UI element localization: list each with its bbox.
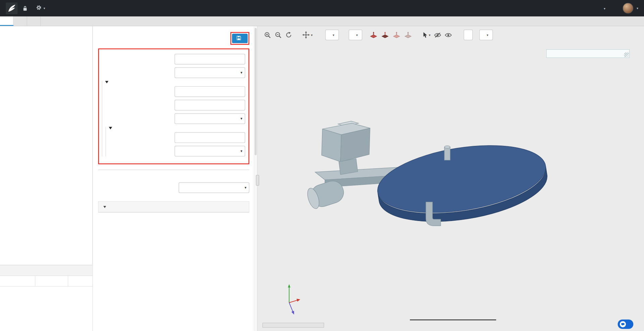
details-section: [102, 81, 245, 156]
assignment-table-header: [99, 202, 249, 212]
refresh-view-icon[interactable]: [285, 32, 292, 38]
app-window: ▾ ▾ ▾: [0, 0, 644, 331]
section-divider: [98, 170, 250, 170]
navigator-title: [0, 26, 93, 38]
panel-header: [98, 26, 250, 45]
scene-tree-panel: [546, 49, 630, 58]
drone-3d-model[interactable]: [258, 26, 644, 331]
top-navigation: ▾ ▾: [578, 3, 638, 14]
job-status-empty-message: [0, 287, 93, 294]
render-mode-select[interactable]: ▾: [349, 30, 362, 40]
job-status-title: [0, 265, 93, 276]
clip-plane-icon-4[interactable]: [404, 32, 412, 39]
assignment-table: [98, 201, 250, 213]
scale-line: [410, 320, 496, 320]
details-nested-section: [106, 127, 245, 156]
chevron-down-icon: ▾: [604, 7, 605, 11]
chevron-down-icon: ▾: [429, 33, 430, 37]
level-min-input[interactable]: [174, 86, 245, 97]
app-logo-icon[interactable]: [6, 2, 18, 14]
filter-select[interactable]: ▾: [479, 30, 493, 40]
cellzone-name-input[interactable]: [174, 132, 245, 143]
name-input[interactable]: [174, 54, 245, 64]
clip-plane-icon-1[interactable]: [370, 32, 377, 39]
triangle-down-icon: [109, 127, 112, 129]
projection-select[interactable]: ▾: [325, 30, 339, 40]
clip-plane-icon-2[interactable]: [381, 32, 389, 39]
chevron-down-icon: ▾: [333, 33, 334, 37]
avatar: [623, 3, 633, 14]
hovered-face-label: [262, 323, 324, 328]
rotation-zone-disc: [373, 135, 552, 232]
user-menu-button[interactable]: ▾: [623, 3, 638, 14]
type-select[interactable]: [174, 67, 245, 78]
scene-tree-resize-handle[interactable]: [624, 53, 629, 57]
level-max-input[interactable]: [174, 100, 245, 111]
chevron-down-icon: ▾: [44, 6, 45, 10]
details-nested-toggle[interactable]: [109, 127, 245, 129]
details-toggle[interactable]: [105, 81, 245, 83]
triangle-down-icon: [105, 81, 108, 83]
select-tool-button[interactable]: ▾: [423, 32, 430, 38]
project-settings-button[interactable]: ▾: [36, 4, 45, 12]
create-cellzone-select[interactable]: [174, 113, 245, 124]
panel-resize-handle[interactable]: [256, 175, 259, 186]
top-bar: ▾ ▾ ▾: [0, 0, 644, 16]
nav-link-help[interactable]: ▾: [604, 5, 605, 11]
save-button[interactable]: [232, 34, 248, 43]
cellzone-inside-select[interactable]: [174, 146, 245, 157]
tab-simulation-designer[interactable]: [13, 16, 27, 26]
navigator-panel: [0, 26, 93, 331]
pan-tool-button[interactable]: ▾: [302, 31, 313, 39]
job-status-table-header: [0, 276, 93, 287]
viewer-3d[interactable]: ▾ ▾ ▾: [258, 26, 644, 331]
tab-post-processor[interactable]: [27, 16, 41, 26]
column-name: [0, 276, 35, 286]
sort-triangle-icon: [103, 206, 106, 208]
chevron-down-icon: ▾: [637, 6, 638, 10]
entity-filter-select[interactable]: [179, 182, 250, 193]
report-issue-button[interactable]: [618, 320, 634, 329]
zoom-out-icon[interactable]: [275, 32, 282, 39]
hide-selection-icon[interactable]: [434, 32, 441, 38]
scale-bar: [406, 320, 500, 320]
create-set-button[interactable]: [464, 30, 473, 40]
speech-bubble-icon: [620, 321, 626, 327]
column-spacer: [68, 276, 92, 286]
axis-triad: [269, 279, 314, 324]
column-status: [35, 276, 68, 286]
refinement-form: [98, 48, 250, 164]
chevron-down-icon: ▾: [356, 33, 358, 37]
private-lock-icon: [23, 6, 27, 11]
gear-icon: [36, 4, 42, 12]
clip-plane-icon-3[interactable]: [393, 32, 400, 39]
mesh-refinements-panel: [93, 26, 258, 331]
save-icon: [236, 36, 241, 41]
workbench-tab-bar: [0, 16, 644, 26]
annotation-box-save: [230, 32, 249, 45]
chevron-down-icon: ▾: [487, 33, 488, 37]
show-all-icon[interactable]: [445, 32, 452, 38]
zoom-in-icon[interactable]: [264, 32, 271, 39]
tab-mesh-creator[interactable]: [0, 16, 13, 26]
main-area: ▾ ▾ ▾: [0, 26, 644, 331]
chevron-down-icon: ▾: [311, 33, 313, 37]
viewer-toolbar: ▾ ▾ ▾: [264, 30, 641, 40]
column-assigned[interactable]: [99, 206, 135, 208]
scrollbar-thumb[interactable]: [255, 28, 257, 155]
job-status-section: [0, 265, 93, 331]
